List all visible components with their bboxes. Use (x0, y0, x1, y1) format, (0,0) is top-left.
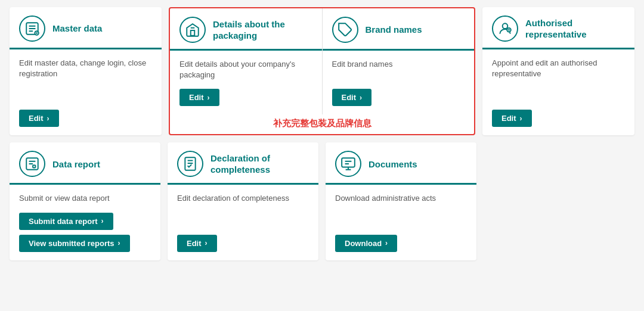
authorised-desc: Appoint and edit an authorised represent… (492, 58, 625, 101)
packaging-edit-button[interactable]: Edit › (179, 89, 219, 106)
card-declaration: Declaration of completeness Edit declara… (168, 142, 318, 260)
view-submitted-reports-button[interactable]: View submitted reports › (19, 235, 130, 252)
packaging-edit-arrow: › (208, 94, 210, 102)
documents-header: Documents (326, 142, 476, 185)
svg-rect-7 (191, 30, 195, 36)
card-master-data-header: Master data (10, 7, 162, 49)
master-data-title: Master data (52, 23, 102, 35)
card-documents: Documents Download administrative acts D… (326, 142, 476, 260)
submit-arrow: › (101, 217, 104, 225)
data-report-body: Submit or view data report Submit data r… (10, 185, 160, 260)
declaration-body: Edit declaration of completeness Edit › (168, 185, 318, 260)
data-report-buttons: Submit data report › View submitted repo… (19, 213, 151, 252)
packaging-title: Details about the packaging (213, 18, 312, 42)
documents-icon (335, 151, 361, 177)
data-report-title: Data report (52, 158, 100, 170)
packaging-desc: Edit details about your company's packag… (179, 59, 312, 80)
svg-rect-17 (33, 166, 35, 168)
documents-title: Documents (369, 158, 417, 170)
main-container: Master data Edit master data, change log… (0, 0, 644, 268)
row-1: Master data Edit master data, change log… (10, 7, 634, 135)
brand-names-title: Brand names (366, 24, 422, 36)
declaration-header: Declaration of completeness (168, 142, 318, 185)
svg-rect-21 (342, 158, 355, 167)
master-data-icon (19, 15, 45, 42)
brand-names-header: Brand names (323, 8, 475, 51)
card-authorised: Authorised representative Appoint and ed… (482, 7, 634, 135)
packaging-icon (179, 17, 206, 43)
data-report-desc: Submit or view data report (19, 193, 151, 204)
declaration-arrow: › (205, 239, 208, 247)
brand-names-edit-button[interactable]: Edit › (332, 89, 372, 106)
authorised-body: Appoint and edit an authorised represent… (482, 49, 634, 135)
data-report-icon (19, 151, 45, 177)
card-brand-names: Brand names Edit brand names Edit › (323, 8, 475, 114)
declaration-title: Declaration of completeness (210, 153, 309, 176)
packaging-body: Edit details about your company's packag… (170, 51, 322, 114)
authorised-arrow: › (520, 114, 522, 123)
brand-names-arrow: › (360, 94, 362, 102)
authorised-title: Authorised representative (525, 17, 625, 41)
brand-names-icon (332, 17, 358, 43)
declaration-desc: Edit declaration of completeness (177, 193, 309, 226)
declaration-edit-button[interactable]: Edit › (177, 235, 217, 252)
view-arrow: › (118, 239, 120, 247)
submit-data-report-button[interactable]: Submit data report › (19, 213, 113, 230)
annotation-label: 补充完整包装及品牌信息 (170, 114, 474, 134)
declaration-icon (177, 151, 203, 177)
master-data-body: Edit master data, change login, close re… (10, 49, 162, 135)
documents-body: Download administrative acts Download › (326, 185, 476, 260)
packaging-header: Details about the packaging (170, 8, 322, 51)
row-2: Data report Submit or view data report S… (10, 142, 634, 260)
highlighted-group: Details about the packaging Edit details… (169, 7, 475, 135)
documents-desc: Download administrative acts (335, 193, 467, 226)
card-data-report: Data report Submit or view data report S… (10, 142, 160, 260)
svg-point-10 (503, 23, 508, 29)
highlighted-cards: Details about the packaging Edit details… (170, 8, 474, 114)
edit-arrow-icon: › (47, 114, 49, 123)
data-report-header: Data report (10, 142, 160, 185)
brand-names-desc: Edit brand names (332, 59, 465, 80)
authorised-header: Authorised representative (482, 7, 634, 49)
authorised-edit-button[interactable]: Edit › (492, 110, 532, 127)
master-data-desc: Edit master data, change login, close re… (19, 58, 152, 101)
documents-download-button[interactable]: Download › (335, 235, 397, 252)
svg-rect-18 (185, 158, 195, 171)
brand-names-body: Edit brand names Edit › (323, 51, 475, 114)
master-data-edit-button[interactable]: Edit › (19, 110, 59, 127)
authorised-icon (492, 15, 518, 42)
empty-slot (484, 142, 634, 260)
card-master-data: Master data Edit master data, change log… (10, 7, 162, 135)
download-arrow: › (385, 239, 388, 247)
card-packaging: Details about the packaging Edit details… (170, 8, 323, 114)
